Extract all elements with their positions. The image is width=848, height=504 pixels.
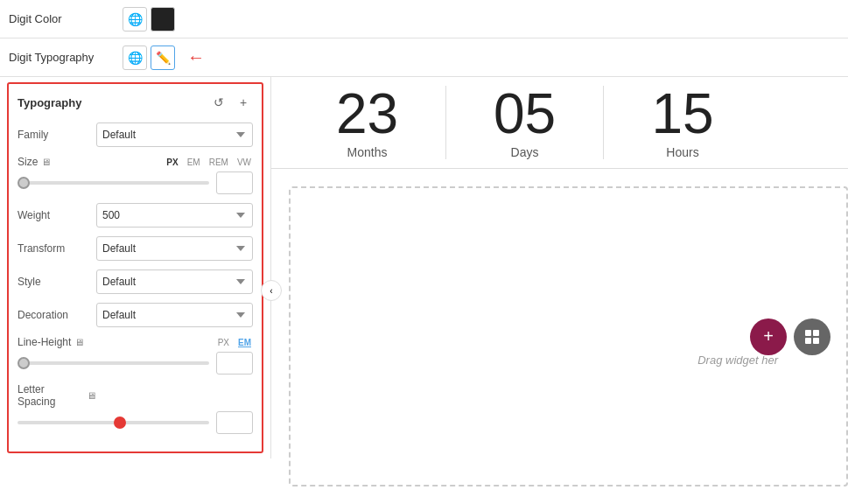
letter-spacing-slider-thumb[interactable]: [114, 416, 126, 429]
left-panel-wrapper: Typography ↺ + Family Default Arial Robo…: [0, 77, 271, 504]
family-row: Family Default Arial Roboto Georgia: [18, 122, 253, 147]
size-unit-rem[interactable]: REM: [207, 157, 230, 168]
decoration-select[interactable]: Default None Underline Overline Line-thr…: [96, 303, 253, 327]
letter-spacing-slider-track[interactable]: [18, 421, 209, 424]
typography-panel: Typography ↺ + Family Default Arial Robo…: [7, 82, 263, 453]
letter-spacing-monitor-icon: 🖥: [87, 390, 96, 401]
left-panel: Typography ↺ + Family Default Arial Robo…: [0, 77, 271, 458]
widget-drop-area: + Drag widget her: [271, 169, 848, 504]
size-unit-em[interactable]: EM: [186, 157, 202, 168]
size-monitor-icon: 🖥: [41, 157, 51, 167]
typography-header: Typography ↺ +: [18, 93, 253, 112]
countdown-months: 23 Months: [289, 86, 446, 159]
transform-row: Transform Default None Uppercase Lowerca…: [18, 236, 253, 261]
digit-typography-globe-btn[interactable]: 🌐: [123, 46, 147, 70]
typography-title: Typography: [18, 96, 81, 109]
transform-label: Transform: [18, 242, 96, 255]
digit-typography-label: Digit Typography: [9, 51, 114, 64]
countdown-hours: 15 Hours: [604, 86, 761, 159]
countdown-days-number: 05: [494, 86, 556, 142]
weight-label: Weight: [18, 209, 96, 221]
typography-add-btn[interactable]: +: [234, 93, 253, 112]
decoration-label: Decoration: [18, 309, 96, 321]
letter-spacing-label-group: Letter Spacing 🖥: [18, 383, 96, 408]
arrow-indicator: ←: [187, 47, 205, 67]
fab-buttons: +: [750, 318, 830, 355]
style-select[interactable]: Default Normal Italic Oblique: [96, 270, 253, 294]
size-unit-group: PX EM REM VW: [165, 157, 253, 168]
digit-color-icons: 🌐: [123, 7, 175, 32]
digit-typography-icons: 🌐 ✏️: [123, 46, 175, 70]
digit-color-row: Digit Color 🌐: [0, 0, 848, 38]
letter-spacing-input[interactable]: [216, 411, 253, 434]
size-slider-track[interactable]: [18, 181, 209, 185]
weight-select[interactable]: 100200300400 500600700800900: [96, 203, 253, 228]
svg-rect-2: [805, 338, 811, 344]
line-height-row: Line-Height 🖥 PX EM: [18, 336, 253, 374]
digit-typography-pencil-btn[interactable]: ✏️: [151, 46, 175, 70]
line-height-label: Line-Height: [18, 336, 71, 348]
size-label-group: Size 🖥: [18, 156, 96, 168]
svg-rect-3: [813, 338, 819, 344]
style-label: Style: [18, 276, 96, 288]
line-height-monitor-icon: 🖥: [74, 337, 84, 347]
line-height-input[interactable]: [216, 352, 253, 374]
main-layout: Typography ↺ + Family Default Arial Robo…: [0, 77, 848, 504]
size-slider-thumb[interactable]: [18, 177, 30, 189]
line-height-slider-track[interactable]: [18, 361, 209, 365]
size-label: Size: [18, 156, 38, 168]
size-row: Size 🖥 PX EM REM VW: [18, 156, 253, 194]
digit-color-globe-btn[interactable]: 🌐: [123, 7, 147, 32]
line-height-top: Line-Height 🖥 PX EM: [18, 336, 253, 348]
size-unit-px[interactable]: PX: [165, 157, 179, 168]
size-input[interactable]: [216, 172, 253, 194]
line-height-unit-px[interactable]: PX: [216, 337, 231, 348]
family-label: Family: [18, 129, 96, 141]
countdown-bar: 23 Months 05 Days 15 Hours: [271, 77, 848, 169]
line-height-slider-row: [18, 352, 253, 374]
typography-reset-btn[interactable]: ↺: [209, 93, 228, 112]
collapse-panel-btn[interactable]: ‹: [261, 280, 282, 301]
line-height-label-group: Line-Height 🖥: [18, 336, 96, 348]
digit-color-label: Digit Color: [9, 12, 114, 25]
svg-rect-0: [805, 330, 811, 336]
countdown-months-label: Months: [347, 145, 388, 159]
letter-spacing-slider-row: [18, 411, 253, 434]
line-height-unit-group: PX EM: [216, 337, 253, 348]
size-top: Size 🖥 PX EM REM VW: [18, 156, 253, 168]
style-row: Style Default Normal Italic Oblique: [18, 270, 253, 294]
letter-spacing-label: Letter Spacing: [18, 383, 83, 408]
widget-layout-btn[interactable]: [794, 318, 830, 355]
weight-row: Weight 100200300400 500600700800900: [18, 203, 253, 228]
countdown-hours-label: Hours: [666, 145, 698, 159]
digit-color-swatch[interactable]: [151, 7, 175, 32]
countdown-hours-number: 15: [651, 86, 713, 142]
letter-spacing-row: Letter Spacing 🖥: [18, 383, 253, 434]
size-slider-row: [18, 172, 253, 194]
letter-spacing-top: Letter Spacing 🖥: [18, 383, 253, 408]
countdown-months-number: 23: [336, 86, 398, 142]
svg-rect-1: [813, 330, 819, 336]
drag-widget-text: Drag widget her: [697, 354, 778, 367]
right-panel: 23 Months 05 Days 15 Hours +: [271, 77, 848, 504]
typography-actions: ↺ +: [209, 93, 253, 112]
add-widget-btn[interactable]: +: [750, 318, 787, 355]
size-unit-vw[interactable]: VW: [235, 157, 253, 168]
decoration-row: Decoration Default None Underline Overli…: [18, 303, 253, 327]
transform-select[interactable]: Default None Uppercase Lowercase Capital…: [96, 236, 253, 261]
countdown-days: 05 Days: [446, 86, 604, 159]
line-height-slider-thumb[interactable]: [18, 357, 30, 369]
digit-typography-row: Digit Typography 🌐 ✏️ ←: [0, 38, 848, 77]
countdown-days-label: Days: [511, 145, 539, 159]
family-select[interactable]: Default Arial Roboto Georgia: [96, 122, 253, 147]
line-height-unit-em[interactable]: EM: [236, 337, 253, 348]
